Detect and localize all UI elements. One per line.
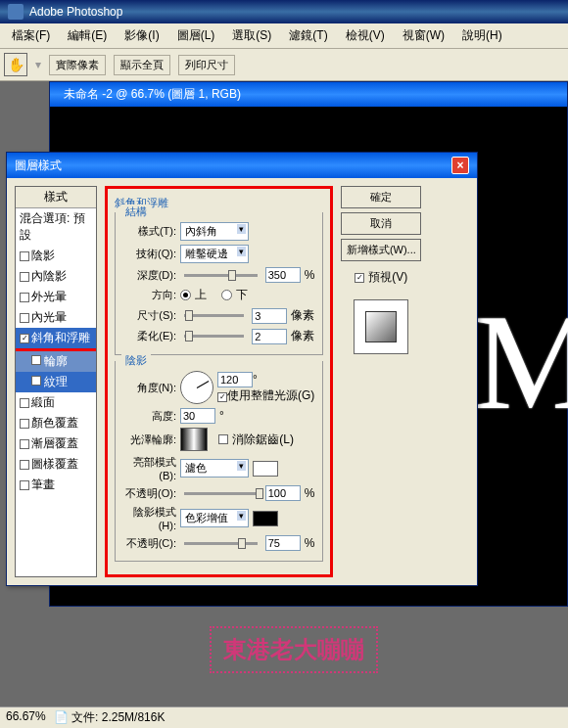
settings-highlight: 斜角和浮雕 樣式(T):內斜角 技術(Q):雕鑿硬邊 深度(D):% 方向:上 … — [105, 186, 333, 577]
highlight-mode-label: 亮部模式(B): — [123, 455, 176, 481]
styles-header[interactable]: 樣式 — [16, 187, 96, 208]
altitude-input[interactable] — [180, 408, 215, 424]
canvas-letter-m: M — [474, 283, 562, 459]
style-inner-glow[interactable]: 內光暈 — [16, 307, 96, 328]
menubar: 檔案(F) 編輯(E) 影像(I) 圖層(L) 選取(S) 濾鏡(T) 檢視(V… — [0, 23, 568, 49]
style-inner-shadow[interactable]: 內陰影 — [16, 266, 96, 287]
highlight-color-swatch[interactable] — [253, 461, 278, 477]
size-slider[interactable] — [184, 314, 244, 317]
print-size-button[interactable]: 列印尺寸 — [178, 55, 235, 75]
depth-label: 深度(D): — [123, 268, 176, 283]
shadow-mode-label: 陰影模式(H): — [123, 505, 176, 531]
menu-image[interactable]: 影像(I) — [117, 25, 166, 46]
gloss-label: 光澤輪廓: — [123, 432, 176, 447]
preview-thumbnail — [354, 299, 408, 354]
shadow-opacity-slider[interactable] — [184, 542, 258, 545]
highlight-opacity-input[interactable] — [265, 485, 301, 501]
new-style-button[interactable]: 新增樣式(W)... — [341, 239, 421, 261]
bevel-settings: 斜角和浮雕 樣式(T):內斜角 技術(Q):雕鑿硬邊 深度(D):% 方向:上 … — [111, 192, 327, 571]
gloss-contour-picker[interactable] — [180, 428, 208, 451]
dir-down-radio[interactable] — [221, 290, 232, 300]
soften-input[interactable] — [252, 329, 287, 344]
style-select[interactable]: 內斜角 — [180, 222, 249, 241]
dialog-title: 圖層樣式 — [15, 158, 62, 174]
zoom-level[interactable]: 66.67% — [6, 709, 46, 726]
structure-group: 樣式(T):內斜角 技術(Q):雕鑿硬邊 深度(D):% 方向:上 下 尺寸(S… — [115, 212, 323, 355]
watermark-text: 東港老大嘣嘣 — [210, 626, 378, 673]
direction-label: 方向: — [123, 288, 176, 302]
style-pattern-overlay[interactable]: 圖樣覆蓋 — [16, 454, 96, 475]
global-light-checkbox[interactable]: ✓ — [217, 392, 227, 402]
depth-slider[interactable] — [184, 274, 258, 277]
shadow-mode-select[interactable]: 色彩增值 — [180, 509, 249, 527]
actual-pixels-button[interactable]: 實際像素 — [49, 55, 106, 75]
menu-window[interactable]: 視窗(W) — [395, 25, 452, 46]
highlight-mode-select[interactable]: 濾色 — [180, 459, 249, 478]
dialog-buttons: 確定 取消 新增樣式(W)... ✓預視(V) — [341, 186, 421, 577]
angle-dial[interactable] — [180, 371, 213, 404]
style-stroke[interactable]: 筆畫 — [16, 475, 96, 495]
angle-label: 角度(N): — [123, 381, 176, 395]
watermark: 東港老大嘣嘣 — [196, 607, 392, 695]
doc-size: 📄 文件: 2.25M/816K — [54, 709, 166, 726]
style-satin[interactable]: 緞面 — [16, 392, 96, 413]
style-contour[interactable]: 輪廓 — [16, 351, 96, 372]
fit-screen-button[interactable]: 顯示全頁 — [114, 55, 170, 75]
style-outer-glow[interactable]: 外光暈 — [16, 287, 96, 307]
shadow-color-swatch[interactable] — [253, 511, 278, 526]
highlight-opacity-label: 不透明(O): — [123, 486, 176, 501]
close-icon[interactable]: × — [451, 157, 469, 174]
menu-file[interactable]: 檔案(F) — [4, 25, 58, 46]
ok-button[interactable]: 確定 — [341, 186, 421, 208]
menu-edit[interactable]: 編輯(E) — [60, 25, 115, 46]
altitude-label: 高度: — [123, 409, 176, 424]
size-label: 尺寸(S): — [123, 308, 176, 323]
soften-label: 柔化(E): — [123, 329, 176, 343]
doc-title: 未命名 -2 @ 66.7% (圖層 1, RGB) — [64, 86, 241, 103]
depth-input[interactable] — [265, 267, 301, 283]
style-drop-shadow[interactable]: 陰影 — [16, 246, 96, 266]
menu-layer[interactable]: 圖層(L) — [169, 25, 223, 46]
menu-select[interactable]: 選取(S) — [224, 25, 279, 46]
style-bevel-emboss[interactable]: ✓斜角和浮雕 — [16, 328, 96, 351]
app-title: Adobe Photoshop — [29, 5, 122, 19]
app-titlebar: Adobe Photoshop — [0, 0, 568, 23]
highlight-opacity-slider[interactable] — [184, 492, 258, 495]
blend-options[interactable]: 混合選項: 預設 — [16, 208, 96, 246]
menu-help[interactable]: 說明(H) — [454, 25, 510, 46]
technique-label: 技術(Q): — [123, 247, 176, 261]
angle-input[interactable] — [217, 372, 253, 387]
style-texture[interactable]: 紋理 — [16, 372, 96, 392]
style-gradient-overlay[interactable]: 漸層覆蓋 — [16, 433, 96, 454]
soften-slider[interactable] — [184, 335, 244, 338]
style-list: 樣式 混合選項: 預設 陰影 內陰影 外光暈 內光暈 ✓斜角和浮雕 輪廓 紋理 … — [15, 186, 97, 577]
technique-select[interactable]: 雕鑿硬邊 — [180, 245, 249, 263]
doc-titlebar: 未命名 -2 @ 66.7% (圖層 1, RGB) — [50, 82, 567, 107]
app-icon — [8, 4, 24, 20]
menu-view[interactable]: 檢視(V) — [338, 25, 393, 46]
antialias-checkbox[interactable] — [218, 434, 228, 444]
shadow-opacity-label: 不透明(C): — [123, 536, 176, 551]
size-input[interactable] — [252, 308, 287, 324]
dir-up-radio[interactable] — [180, 290, 191, 300]
style-label: 樣式(T): — [123, 224, 176, 239]
dialog-titlebar[interactable]: 圖層樣式 × — [7, 153, 477, 178]
options-bar: ✋ ▾ 實際像素 顯示全頁 列印尺寸 — [0, 49, 568, 81]
preview-checkbox[interactable]: ✓ — [355, 273, 364, 283]
layer-style-dialog: 圖層樣式 × 樣式 混合選項: 預設 陰影 內陰影 外光暈 內光暈 ✓斜角和浮雕… — [6, 152, 478, 586]
statusbar: 66.67% 📄 文件: 2.25M/816K — [0, 706, 568, 728]
cancel-button[interactable]: 取消 — [341, 212, 421, 235]
menu-filter[interactable]: 濾鏡(T) — [281, 25, 335, 46]
style-color-overlay[interactable]: 顏色覆蓋 — [16, 413, 96, 433]
shadow-opacity-input[interactable] — [265, 535, 301, 551]
hand-tool-icon[interactable]: ✋ — [4, 53, 27, 76]
shading-group: 角度(N): ° ✓使用整體光源(G) 高度:° 光澤輪廓: 消除鋸齒(L) 亮… — [115, 361, 323, 562]
